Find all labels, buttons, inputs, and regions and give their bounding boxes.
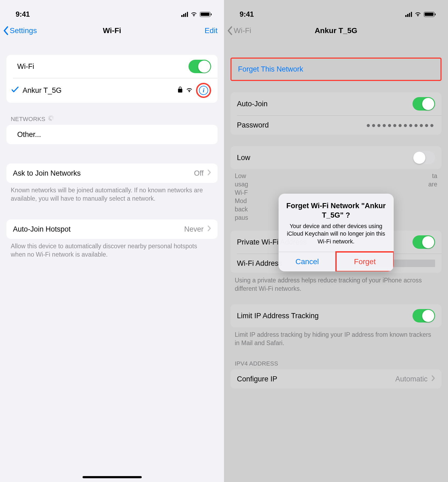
networks-group: Other...	[6, 125, 218, 144]
home-indicator[interactable]	[83, 476, 142, 478]
connected-network-name: Ankur T_5G	[23, 86, 62, 95]
wifi-toggle[interactable]	[189, 60, 211, 73]
wifi-signal-icon	[186, 86, 193, 95]
auto-hotspot-label: Auto-Join Hotspot	[13, 225, 71, 233]
nav-bar: Settings Wi-Fi Edit	[0, 24, 224, 40]
checkmark-icon	[11, 86, 19, 95]
status-bar: 9:41	[0, 0, 224, 24]
battery-icon	[200, 12, 211, 17]
alert-cancel-button[interactable]: Cancel	[279, 252, 336, 271]
back-button[interactable]: Settings	[3, 26, 37, 36]
wifi-toggle-group: Wi-Fi Ankur T_5G i	[6, 55, 218, 103]
other-network-row[interactable]: Other...	[6, 125, 218, 144]
wifi-label: Wi-Fi	[17, 62, 34, 71]
status-time: 9:41	[16, 10, 30, 19]
chevron-left-icon	[3, 26, 9, 36]
chevron-right-icon	[207, 225, 211, 233]
connected-network-row[interactable]: Ankur T_5G i	[6, 78, 218, 103]
ask-join-group: Ask to Join Networks Off	[6, 164, 218, 183]
other-label: Other...	[17, 130, 41, 139]
ask-join-value: Off	[194, 169, 204, 178]
info-button[interactable]: i	[196, 83, 211, 98]
lock-icon	[178, 86, 183, 95]
auto-hotspot-footer: Allow this device to automatically disco…	[11, 242, 213, 259]
auto-hotspot-row[interactable]: Auto-Join Hotspot Never	[6, 219, 218, 239]
forget-alert: Forget Wi-Fi Network "Ankur T_5G" ? Your…	[279, 194, 394, 271]
ask-join-footer: Known networks will be joined automatica…	[11, 186, 213, 203]
wifi-settings-screen: 9:41 Settings Wi-Fi Edit Wi-Fi	[0, 0, 224, 482]
status-icons	[181, 12, 211, 17]
alert-forget-button[interactable]: Forget	[336, 252, 394, 271]
wifi-toggle-row: Wi-Fi	[6, 55, 218, 78]
alert-title: Forget Wi-Fi Network "Ankur T_5G" ?	[279, 194, 394, 221]
ask-join-label: Ask to Join Networks	[13, 169, 81, 178]
network-details-screen: 9:41 Wi-Fi Ankur T_5G Forget This Networ…	[224, 0, 448, 482]
auto-hotspot-value: Never	[184, 225, 204, 233]
back-label: Settings	[10, 26, 37, 35]
ask-join-row[interactable]: Ask to Join Networks Off	[6, 164, 218, 183]
edit-button[interactable]: Edit	[205, 26, 218, 35]
wifi-icon	[190, 12, 197, 17]
alert-backdrop: Forget Wi-Fi Network "Ankur T_5G" ? Your…	[224, 0, 448, 482]
networks-section-header: NETWORKS	[11, 116, 213, 123]
chevron-right-icon	[207, 169, 211, 178]
cellular-icon	[181, 12, 188, 17]
auto-hotspot-group: Auto-Join Hotspot Never	[6, 219, 218, 239]
spinner-icon	[48, 116, 54, 122]
alert-message: Your device and other devices using iClo…	[279, 221, 394, 252]
